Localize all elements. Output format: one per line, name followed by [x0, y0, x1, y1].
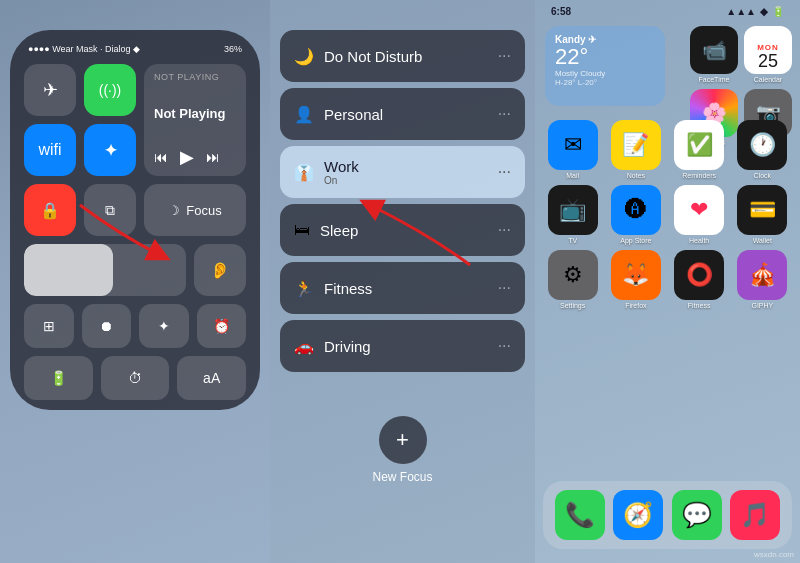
firefox-label: Firefox [625, 302, 646, 309]
new-focus-button[interactable]: + [379, 416, 427, 464]
cc-mid-row: 🔒 ⧉ ☽ Focus [24, 184, 246, 236]
dnd-more-icon[interactable]: ··· [498, 47, 511, 65]
appstore-label: App Store [620, 237, 651, 244]
weather-condition: Mostly Cloudy [555, 69, 655, 78]
screen-mirror-button[interactable]: ⧉ [84, 184, 136, 236]
weather-range: H-28° L-20° [555, 78, 655, 87]
new-focus-section: + New Focus [280, 396, 525, 484]
personal-more-icon[interactable]: ··· [498, 105, 511, 123]
alarm-button[interactable]: ⏰ [197, 304, 247, 348]
bluetooth-icon: ✦ [104, 141, 117, 160]
notes-app[interactable]: 📝 Notes [606, 120, 665, 179]
settings-app[interactable]: ⚙ Settings [543, 250, 602, 309]
phone-dock-app[interactable]: 📞 [555, 490, 605, 540]
fitness-more-icon[interactable]: ··· [498, 279, 511, 297]
reminders-label: Reminders [682, 172, 716, 179]
now-playing-label: NOT PLAYING [154, 72, 236, 82]
status-carrier: ●●●● Wear Mask · Dialog ◆ [28, 44, 140, 54]
airplane-icon: ✈ [43, 79, 58, 101]
brightness-slider[interactable] [24, 244, 186, 296]
facetime-app[interactable]: 📹 FaceTime [690, 26, 738, 83]
clock-label: Clock [754, 172, 772, 179]
tv-label: TV [568, 237, 577, 244]
sleep-icon: 🛏 [294, 221, 310, 239]
screen-lock-button[interactable]: 🔒 [24, 184, 76, 236]
settings-icon: ⚙ [548, 250, 598, 300]
previous-track-icon[interactable]: ⏮ [154, 149, 168, 165]
firefox-app[interactable]: 🦊 Firefox [606, 250, 665, 309]
calculator-button[interactable]: ⊞ [24, 304, 74, 348]
home-screen-panel: 6:58 ▲▲▲ ◆ 🔋 Kandy ✈ 22° Mostly Cloudy H… [535, 0, 800, 563]
focus-item-sleep[interactable]: 🛏 Sleep ··· [280, 204, 525, 256]
text-size-icon: aA [203, 370, 220, 386]
health-app[interactable]: ❤ Health [670, 185, 729, 244]
playback-controls: ⏮ ▶ ⏭ [154, 146, 236, 168]
status-bar: ●●●● Wear Mask · Dialog ◆ 36% [24, 44, 246, 54]
driving-icon: 🚗 [294, 337, 314, 356]
shazam-button[interactable]: ✦ [139, 304, 189, 348]
clock-app[interactable]: 🕐 Clock [733, 120, 792, 179]
messages-dock-app[interactable]: 💬 [672, 490, 722, 540]
wallet-icon: 💳 [737, 185, 787, 235]
home-time: 6:58 [551, 6, 571, 17]
cellular-button[interactable]: ((·)) [84, 64, 136, 116]
status-battery: 36% [224, 44, 242, 54]
cc-bottom-icons-row1: ⊞ ⏺ ✦ ⏰ [24, 304, 246, 348]
focus-item-work[interactable]: 👔 Work On ··· [280, 146, 525, 198]
reminders-app[interactable]: ✅ Reminders [670, 120, 729, 179]
work-text-group: Work On [324, 158, 359, 186]
driving-label: Driving [324, 338, 371, 355]
focus-menu: 🌙 Do Not Disturb ··· 👤 Personal ··· 👔 Wo… [280, 30, 525, 484]
bluetooth-button[interactable]: ✦ [84, 124, 136, 176]
facetime-icon: 📹 [690, 26, 738, 74]
airplane-mode-button[interactable]: ✈ [24, 64, 76, 116]
sleep-more-icon[interactable]: ··· [498, 221, 511, 239]
fitness-icon: 🏃 [294, 279, 314, 298]
text-size-button[interactable]: aA [177, 356, 246, 400]
wifi-status-icon: ◆ [760, 6, 768, 17]
cc-bottom-icons-row2: 🔋 ⏱ aA [24, 356, 246, 400]
health-label: Health [689, 237, 709, 244]
health-icon: ❤ [674, 185, 724, 235]
focus-button[interactable]: ☽ Focus [144, 184, 246, 236]
safari-dock-app[interactable]: 🧭 [613, 490, 663, 540]
work-label: Work [324, 158, 359, 175]
play-icon[interactable]: ▶ [180, 146, 194, 168]
cc-top-icons: ✈ ((·)) [24, 64, 136, 116]
music-dock-app[interactable]: 🎵 [730, 490, 780, 540]
fitness-label: Fitness [688, 302, 711, 309]
driving-more-icon[interactable]: ··· [498, 337, 511, 355]
battery-widget-button[interactable]: 🔋 [24, 356, 93, 400]
mail-app[interactable]: ✉ Mail [543, 120, 602, 179]
focus-item-dnd[interactable]: 🌙 Do Not Disturb ··· [280, 30, 525, 82]
wifi-button[interactable]: wifi [24, 124, 76, 176]
dnd-icon: 🌙 [294, 47, 314, 66]
hearing-button[interactable]: 👂 [194, 244, 246, 296]
next-track-icon[interactable]: ⏭ [206, 149, 220, 165]
wallet-app[interactable]: 💳 Wallet [733, 185, 792, 244]
signal-icon: ▲▲▲ [726, 6, 756, 17]
tv-icon: 📺 [548, 185, 598, 235]
now-playing-widget[interactable]: NOT PLAYING Not Playing ⏮ ▶ ⏭ [144, 64, 246, 176]
focus-item-driving[interactable]: 🚗 Driving ··· [280, 320, 525, 372]
calendar-app[interactable]: MON 25 Calendar [744, 26, 792, 83]
fitness-app[interactable]: ⭕ Fitness [670, 250, 729, 309]
now-playing-title: Not Playing [154, 106, 236, 121]
personal-icon: 👤 [294, 105, 314, 124]
timer-icon: ⏱ [128, 370, 142, 386]
dnd-label: Do Not Disturb [324, 48, 422, 65]
timer-button[interactable]: ⏱ [101, 356, 170, 400]
battery-level: 36% [224, 44, 242, 54]
weather-widget[interactable]: Kandy ✈ 22° Mostly Cloudy H-28° L-20° [545, 26, 665, 106]
appstore-app[interactable]: 🅐 App Store [606, 185, 665, 244]
focus-item-personal[interactable]: 👤 Personal ··· [280, 88, 525, 140]
lock-icon: 🔒 [40, 201, 60, 220]
focus-item-fitness[interactable]: 🏃 Fitness ··· [280, 262, 525, 314]
work-more-icon[interactable]: ··· [498, 163, 511, 181]
wallet-label: Wallet [753, 237, 772, 244]
tv-app[interactable]: 📺 TV [543, 185, 602, 244]
home-status-bar: 6:58 ▲▲▲ ◆ 🔋 [535, 6, 800, 17]
shazam-icon: ✦ [158, 318, 170, 334]
giphy-app[interactable]: 🎪 GIPHY [733, 250, 792, 309]
screen-record-button[interactable]: ⏺ [82, 304, 132, 348]
